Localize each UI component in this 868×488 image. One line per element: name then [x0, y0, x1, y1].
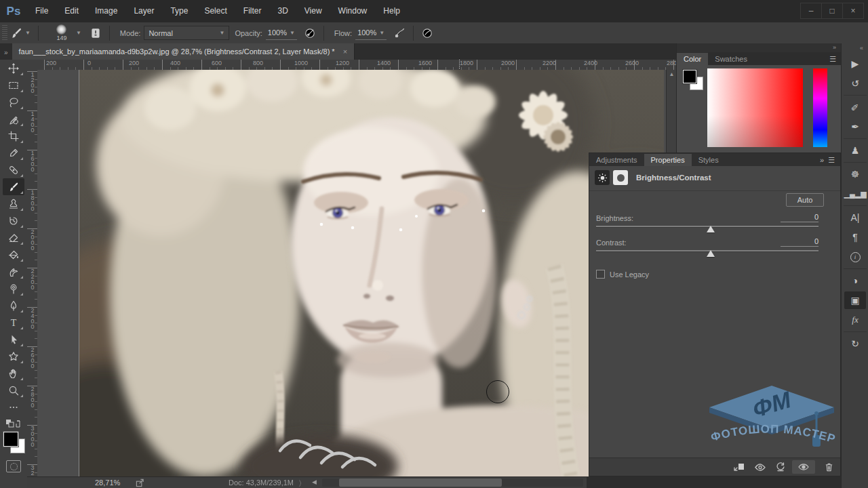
delete-adjustment-button[interactable]: [825, 462, 833, 472]
current-tool-button[interactable]: ▼: [7, 27, 33, 39]
styles-panel-icon[interactable]: fx: [844, 311, 866, 329]
history-brush-tool[interactable]: [3, 212, 24, 229]
menu-layer[interactable]: Layer: [125, 0, 162, 22]
menu-file[interactable]: File: [27, 0, 56, 22]
canvas-pasteboard[interactable]: [37, 70, 666, 476]
document-canvas[interactable]: [79, 70, 664, 476]
paragraph-panel-icon[interactable]: ¶: [844, 228, 866, 246]
histogram-panel-icon[interactable]: ▁▄▂▆: [844, 185, 866, 203]
contrast-value-field[interactable]: 0: [781, 237, 818, 247]
brightness-slider-thumb[interactable]: [707, 222, 715, 232]
visibility-toggle-button[interactable]: [792, 460, 815, 474]
menu-filter[interactable]: Filter: [235, 0, 270, 22]
opacity-value-field[interactable]: 100% ▼: [266, 26, 297, 40]
airbrush-toggle[interactable]: [391, 27, 408, 39]
dock-collapse-icon[interactable]: «: [842, 43, 868, 53]
horizontal-scroll-thumb[interactable]: [339, 479, 502, 487]
horizontal-ruler[interactable]: 2000200400 60080010001200 14001600180020…: [37, 60, 676, 70]
quick-selection-tool[interactable]: [3, 110, 24, 127]
ruler-corner[interactable]: [27, 60, 38, 70]
rotate-view-panel-icon[interactable]: ↻: [844, 335, 866, 352]
spot-healing-brush-tool[interactable]: [3, 161, 24, 178]
tool-presets-panel-icon[interactable]: ✒: [844, 118, 866, 136]
saturation-brightness-field[interactable]: [707, 68, 803, 147]
tab-overflow-icon[interactable]: »: [0, 49, 12, 60]
foreground-color-swatch[interactable]: [3, 432, 18, 447]
custom-shape-tool[interactable]: [3, 348, 24, 365]
scroll-up-icon[interactable]: ▲: [667, 70, 677, 79]
tab-adjustments[interactable]: Adjustments: [589, 154, 644, 166]
tab-styles[interactable]: Styles: [692, 154, 726, 166]
tab-color[interactable]: Color: [677, 53, 708, 65]
status-flyout-icon[interactable]: 〉: [298, 479, 306, 488]
brush-preset-picker[interactable]: 149: [50, 24, 73, 41]
actions-panel-icon[interactable]: ▶: [844, 55, 866, 73]
panel-collapse-icon[interactable]: »: [677, 43, 842, 52]
menu-type[interactable]: Type: [162, 0, 196, 22]
menu-window[interactable]: Window: [330, 0, 376, 22]
info-panel-icon[interactable]: i: [844, 248, 866, 266]
zoom-tool[interactable]: [3, 382, 24, 399]
tab-properties[interactable]: Properties: [644, 154, 692, 166]
panel-menu-icon[interactable]: ☰: [829, 55, 836, 64]
smoothing-pressure-toggle[interactable]: [418, 27, 436, 39]
hand-tool[interactable]: [3, 365, 24, 382]
menu-select[interactable]: Select: [196, 0, 235, 22]
clone-source-panel-icon[interactable]: ♟: [844, 142, 866, 159]
reset-adjustment-button[interactable]: [776, 462, 785, 472]
rectangular-marquee-tool[interactable]: [3, 77, 24, 94]
foreground-background-colors[interactable]: [2, 432, 25, 455]
maximize-button[interactable]: □: [821, 3, 842, 19]
move-tool[interactable]: [3, 60, 24, 77]
toggle-brush-panel-button[interactable]: [87, 27, 104, 39]
tab-swatches[interactable]: Swatches: [708, 53, 754, 65]
panel-collapse-icon[interactable]: »: [820, 156, 824, 164]
brush-tool[interactable]: [3, 178, 24, 195]
menu-edit[interactable]: Edit: [56, 0, 87, 22]
hue-slider[interactable]: [813, 68, 827, 147]
minimize-button[interactable]: –: [800, 3, 821, 19]
menu-image[interactable]: Image: [87, 0, 125, 22]
scroll-left-icon[interactable]: ◀: [312, 479, 317, 485]
auto-button[interactable]: Auto: [786, 193, 824, 207]
quick-mask-button[interactable]: [6, 460, 21, 472]
menu-view[interactable]: View: [296, 0, 330, 22]
layer-mask-icon[interactable]: [613, 170, 628, 185]
close-button[interactable]: ×: [842, 3, 864, 19]
crop-tool[interactable]: [3, 127, 24, 144]
panel-menu-icon[interactable]: ☰: [828, 156, 835, 164]
eraser-tool[interactable]: [3, 229, 24, 246]
history-panel-icon[interactable]: ↺: [844, 75, 866, 92]
tab-close-icon[interactable]: ×: [343, 47, 347, 56]
lasso-tool[interactable]: [3, 94, 24, 110]
options-bar-grip[interactable]: [2, 25, 7, 41]
foreground-color-swatch[interactable]: [683, 70, 696, 83]
gradient-tool[interactable]: [3, 246, 24, 263]
share-icon[interactable]: [136, 479, 144, 488]
document-tab[interactable]: faun___stock_by_mariaamanda-d9b3p2w.jpg …: [12, 43, 355, 60]
brightness-adjustment-icon[interactable]: [595, 170, 610, 185]
character-panel-icon[interactable]: A|: [844, 209, 866, 226]
contrast-slider-thumb[interactable]: [707, 246, 715, 257]
eyedropper-tool[interactable]: [3, 144, 24, 161]
properties-panel-icon[interactable]: ▣: [844, 291, 866, 309]
blend-mode-select[interactable]: Normal ▼: [144, 26, 229, 40]
type-tool[interactable]: T: [3, 314, 24, 331]
smudge-tool[interactable]: [3, 263, 24, 280]
flow-value-field[interactable]: 100% ▼: [355, 26, 387, 40]
path-selection-tool[interactable]: [3, 331, 24, 348]
menu-3d[interactable]: 3D: [269, 0, 296, 22]
navigator-panel-icon[interactable]: ☸: [844, 165, 866, 183]
menu-help[interactable]: Help: [375, 0, 408, 22]
chevron-down-icon[interactable]: ▼: [76, 30, 81, 36]
edit-toolbar-button[interactable]: [3, 399, 24, 415]
vertical-ruler[interactable]: 1200140016001800 2000220024002600 280030…: [27, 70, 38, 476]
adjustments-panel-icon[interactable]: ◑: [844, 272, 866, 289]
clone-stamp-tool[interactable]: [3, 195, 24, 212]
zoom-level-field[interactable]: 28,71%: [95, 479, 120, 487]
view-previous-state-button[interactable]: [754, 463, 766, 472]
opacity-pressure-toggle[interactable]: [301, 27, 319, 39]
dodge-tool[interactable]: [3, 280, 24, 297]
brush-presets-panel-icon[interactable]: ✎: [846, 96, 864, 118]
pen-tool[interactable]: [3, 297, 24, 314]
